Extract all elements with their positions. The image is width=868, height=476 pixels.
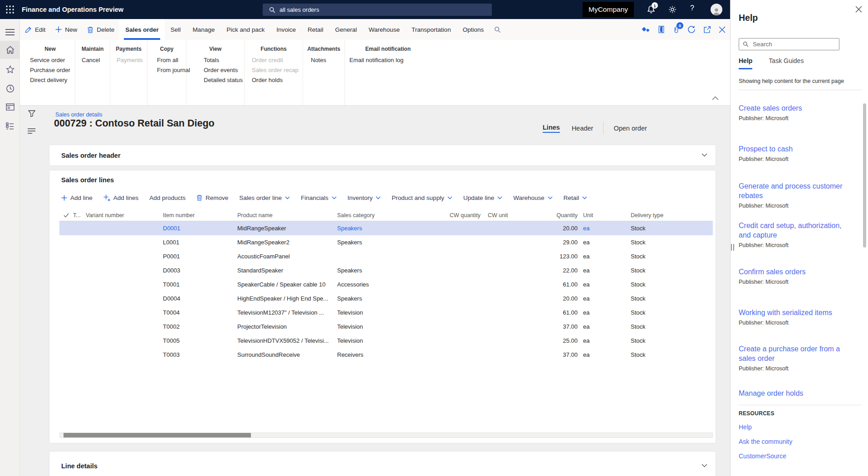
new-button[interactable]: New [50, 19, 82, 40]
column-header-product-name[interactable]: Product name [237, 212, 337, 219]
cell-sales-category[interactable]: Speakers [337, 295, 450, 302]
expand-line-details-chevron-icon[interactable] [701, 464, 707, 467]
resource-link-help[interactable]: Help [739, 423, 752, 431]
close-help-icon[interactable] [855, 6, 862, 13]
sidebar-item-recent-clock-icon[interactable] [0, 80, 20, 97]
column-header-variant-number[interactable]: Variant number [86, 212, 163, 219]
tab-invoice[interactable]: Invoice [270, 19, 302, 40]
ribbon-item-from-journal[interactable]: From journal [147, 65, 186, 75]
attachments-paperclip-icon[interactable]: 0 [673, 25, 680, 34]
cell-sales-category[interactable]: Speakers [337, 239, 450, 246]
cell-item-number[interactable]: T0002 [163, 323, 237, 330]
cell-item-number[interactable]: T0005 [163, 337, 237, 344]
help-tab-help[interactable]: Help [739, 57, 752, 69]
table-row[interactable]: T0003SurroundSoundReceiveReceivers37.00e… [59, 348, 713, 362]
table-row[interactable]: T0002ProjectorTelevisionTelevision37.00e… [59, 320, 713, 334]
hamburger-menu-icon[interactable] [0, 24, 20, 41]
horizontal-scrollbar-thumb[interactable] [64, 433, 251, 437]
column-header-item-number[interactable]: Item number [163, 212, 237, 219]
help-article-link[interactable]: Working with serialized items [739, 308, 853, 317]
help-article-link[interactable]: Prospect to cash [739, 144, 853, 154]
help-scrollbar-thumb[interactable] [863, 103, 866, 248]
help-article-link[interactable]: Credit card setup, authorization, and ca… [739, 221, 853, 240]
sparkle-copilot-icon[interactable] [641, 26, 650, 33]
table-row[interactable]: D0004HighEndSpeaker / High End Spe...Spe… [59, 291, 713, 306]
column-header-quantity[interactable]: Quantity [540, 212, 581, 219]
cell-sales-category[interactable]: Television [337, 337, 450, 344]
column-header-sales-category[interactable]: Sales category [337, 212, 450, 219]
company-picker[interactable]: MyCompany [583, 2, 634, 17]
toolbar-sales-order-line[interactable]: Sales order line [234, 194, 295, 201]
cell-item-number[interactable]: D0004 [163, 295, 237, 302]
table-row[interactable]: D0003StandardSpeakerSpeakers22.00eaStock [59, 263, 713, 277]
ribbon-item-detailed-status[interactable]: Detailed status [186, 75, 244, 85]
cell-item-number[interactable]: D0001 [163, 225, 237, 232]
table-row[interactable]: P0001AcousticFoamPanel123.00eaStock [59, 249, 713, 263]
sidebar-item-home[interactable] [0, 41, 20, 59]
cell-unit[interactable]: ea [581, 281, 629, 288]
help-search-box[interactable] [739, 38, 839, 50]
cell-item-number[interactable]: D0003 [163, 267, 237, 274]
help-article-link[interactable]: Create a purchase order from a sales ord… [739, 344, 853, 363]
cell-sales-category[interactable]: Accessories [337, 281, 450, 288]
help-search-input[interactable] [752, 40, 831, 48]
toolbar-remove[interactable]: Remove [191, 194, 234, 201]
tab-header[interactable]: Header [572, 125, 593, 132]
tab-sales-order[interactable]: Sales order [119, 19, 165, 40]
ribbon-item-order-events[interactable]: Order events [186, 65, 244, 75]
expand-header-chevron-icon[interactable] [701, 153, 707, 157]
cell-unit[interactable]: ea [581, 337, 629, 344]
tab-lines[interactable]: Lines [543, 124, 560, 133]
cell-unit[interactable]: ea [581, 295, 629, 302]
ribbon-item-notes[interactable]: Notes [303, 55, 344, 65]
table-row[interactable]: T0004TelevisionM12037" / Television ...T… [59, 306, 713, 320]
column-header-unit[interactable]: Unit [581, 212, 629, 219]
toolbar-add-lines[interactable]: Add lines [98, 194, 144, 201]
cell-item-number[interactable]: P0001 [163, 253, 237, 260]
waffle-menu-icon[interactable] [0, 0, 20, 19]
cell-unit[interactable]: ea [581, 225, 629, 232]
tab-options[interactable]: Options [457, 19, 490, 40]
ribbon-item-from-all[interactable]: From all [147, 55, 186, 65]
tab-pick-and-pack[interactable]: Pick and pack [221, 19, 270, 40]
sidebar-item-workspaces-icon[interactable] [0, 98, 20, 116]
table-row[interactable]: L0001MidRangeSpeaker2Speakers29.00eaStoc… [59, 235, 713, 249]
actionbar-search-icon[interactable] [490, 19, 505, 40]
cell-unit[interactable]: ea [581, 351, 629, 358]
help-question-icon[interactable]: ? [690, 4, 694, 12]
cell-item-number[interactable]: T0004 [163, 309, 237, 316]
cell-unit[interactable]: ea [581, 309, 629, 316]
cell-sales-category[interactable]: Speakers [337, 267, 450, 274]
settings-gear-icon[interactable] [668, 5, 677, 14]
tab-manage[interactable]: Manage [186, 19, 221, 40]
column-header-cw-quantity[interactable]: CW quantity [450, 212, 486, 219]
global-search-box[interactable]: all sales orders [263, 4, 492, 16]
ribbon-item-cancel[interactable]: Cancel [75, 55, 110, 65]
tab-retail[interactable]: Retail [302, 19, 329, 40]
toolbar-add-line[interactable]: Add line [59, 194, 98, 201]
ribbon-item-purchase-order[interactable]: Purchase order [25, 65, 75, 75]
table-row[interactable]: D0001MidRangeSpeakerSpeakers20.00eaStock [59, 221, 713, 235]
cell-item-number[interactable]: T0003 [163, 351, 237, 358]
ribbon-item-totals[interactable]: Totals [186, 55, 244, 65]
help-article-link[interactable]: Manage order holds [739, 389, 853, 398]
close-workspace-icon[interactable] [719, 26, 726, 33]
toolbar-inventory[interactable]: Inventory [342, 194, 387, 201]
delete-button[interactable]: Delete [82, 19, 119, 40]
help-article-link[interactable]: Generate and process customer rebates [739, 181, 853, 200]
cell-unit[interactable]: ea [581, 239, 629, 246]
help-tab-task-guides[interactable]: Task Guides [769, 57, 804, 69]
office-book-icon[interactable] [657, 25, 665, 34]
resource-link-customersource[interactable]: CustomerSource [739, 452, 786, 460]
sidebar-item-modules-list-icon[interactable] [0, 117, 20, 135]
cell-unit[interactable]: ea [581, 253, 629, 260]
ribbon-item-order-holds[interactable]: Order holds [245, 75, 303, 85]
ribbon-item-email-notification-log[interactable]: Email notification log [345, 55, 431, 65]
tab-general[interactable]: General [329, 19, 363, 40]
edit-button[interactable]: Edit [20, 19, 50, 40]
cell-sales-category[interactable]: Receivers [337, 351, 450, 358]
ribbon-item-service-order[interactable]: Service order [25, 55, 75, 65]
cell-item-number[interactable]: T0001 [163, 281, 237, 288]
column-header-delivery-type[interactable]: Delivery type [629, 212, 713, 219]
refresh-icon[interactable] [687, 25, 696, 34]
